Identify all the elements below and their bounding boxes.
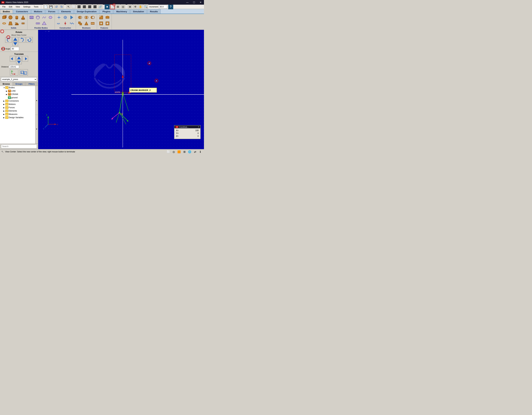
tree-item-bodies[interactable]: ▼ 📁 Bodies [0, 86, 35, 89]
solid-link[interactable] [20, 21, 26, 26]
tab-forces[interactable]: Forces [45, 9, 58, 14]
elements-arrow[interactable]: ▶ [3, 110, 5, 112]
menu-file[interactable]: File [1, 5, 7, 9]
viewport[interactable]: example_3_press [38, 30, 204, 149]
tree-item-design-variables[interactable]: ▶ 📁 Design Variables [0, 116, 35, 119]
link-arrow[interactable]: ▶ [6, 90, 8, 92]
menu-tools[interactable]: Tools [32, 5, 40, 9]
toolbar-view1[interactable]: ⬛ [76, 4, 82, 9]
angle-input[interactable] [11, 47, 19, 51]
rotate-right-btn[interactable] [19, 37, 25, 43]
bool-btn2[interactable] [84, 15, 89, 20]
tree-tab-browse[interactable]: Browse [0, 82, 13, 86]
tab-plugins[interactable]: Plugins [100, 9, 113, 14]
solid-plate[interactable] [14, 21, 19, 26]
tree-tab-filters[interactable]: Filters [25, 82, 38, 86]
tree-item-measures[interactable]: ▶ 📁 Measures [0, 112, 35, 116]
rotate-up-btn[interactable] [12, 37, 18, 41]
connectors-arrow[interactable]: ▶ [3, 100, 5, 102]
tab-machinery[interactable]: Machinery [114, 9, 130, 14]
feat-btn1[interactable] [98, 15, 104, 20]
bool-btn5[interactable] [84, 21, 89, 26]
solid-box[interactable] [1, 15, 7, 20]
flex-btn5[interactable] [35, 21, 41, 26]
solid-sphere[interactable] [8, 15, 13, 20]
feat-btn4[interactable] [105, 21, 110, 26]
toolbar-save[interactable]: 💾 [48, 4, 54, 9]
const-spring[interactable] [69, 21, 74, 26]
search-input[interactable] [1, 144, 37, 148]
tab-connectors[interactable]: Connectors [13, 9, 31, 14]
coord-btn-yx[interactable]: Y X [10, 69, 18, 75]
solid-trunccone[interactable] [8, 21, 13, 26]
tab-results[interactable]: Results [147, 9, 161, 14]
increment-input[interactable] [159, 5, 167, 9]
bool-btn6[interactable] [90, 21, 95, 26]
bodies-arrow[interactable]: ▼ [3, 87, 5, 89]
close-button[interactable]: ✕ [197, 0, 204, 5]
forces-arrow[interactable]: ▶ [3, 107, 5, 109]
crank-arrow[interactable]: ▶ [6, 93, 8, 95]
toolbar-view3[interactable]: ⬛ [87, 4, 92, 9]
toolbar-circle[interactable]: ⊕ [127, 4, 132, 9]
const-marker[interactable] [62, 21, 68, 26]
status-btn-grid[interactable]: ⬜ [166, 150, 171, 154]
tab-simulation[interactable]: Simulation [130, 9, 147, 14]
scroll-down-btn[interactable]: ▼ [35, 115, 38, 144]
flex-btn2[interactable] [35, 15, 41, 20]
menu-edit[interactable]: Edit [8, 5, 14, 9]
status-btn-table[interactable]: ⊞ [182, 150, 187, 154]
toolbar-axes[interactable]: ✛ [133, 4, 138, 9]
status-btn-globe[interactable]: 🌐 [187, 150, 192, 154]
toolbar-select[interactable]: ↖ [66, 4, 71, 9]
toolbar-link[interactable]: 🔗 [98, 4, 103, 9]
measures-arrow[interactable]: ▶ [3, 113, 5, 115]
rotate-ccw-btn[interactable] [26, 37, 33, 43]
flex-btn6[interactable] [41, 21, 47, 26]
tree-item-ground[interactable]: 🌍 ground [0, 96, 35, 99]
menu-view[interactable]: View [14, 5, 21, 9]
tree-item-forces[interactable]: ▶ 📁 Forces [0, 106, 35, 109]
motions-arrow[interactable]: ▶ [3, 103, 5, 105]
status-btn-info[interactable]: ℹ [198, 150, 203, 154]
trans-right-btn[interactable] [22, 56, 28, 62]
solid-torus[interactable] [1, 21, 7, 26]
toolbar-redo[interactable]: ↻ [59, 4, 64, 9]
rotate-down-btn[interactable] [12, 42, 18, 46]
tree-tab-groups[interactable]: Groups [13, 82, 25, 86]
toolbar-view2[interactable]: ⬛ [82, 4, 87, 9]
toolbar-target[interactable]: ◎ [121, 4, 125, 9]
toolbar-view4[interactable]: ⬛ [93, 4, 97, 9]
bool-btn4[interactable] [77, 21, 83, 26]
bool-btn3[interactable] [90, 15, 95, 20]
tree-item-motions[interactable]: ▶ 📁 Motions [0, 102, 35, 106]
tab-design-exploration[interactable]: Design Exploration [74, 9, 99, 14]
status-btn-square[interactable]: 🟧 [177, 150, 181, 154]
flex-btn1[interactable] [29, 15, 34, 20]
scroll-up-btn[interactable]: ▲ [35, 86, 38, 115]
toolbar-grid[interactable]: ⊞ [115, 4, 120, 9]
const-ref[interactable] [69, 15, 74, 20]
feat-btn2[interactable] [105, 15, 110, 20]
trans-up-btn[interactable] [16, 56, 22, 60]
tab-elements[interactable]: Elements [58, 9, 74, 14]
toolbar-undo[interactable]: ↺ [54, 4, 59, 9]
feat-btn3[interactable] [98, 21, 104, 26]
maximize-button[interactable]: ☐ [191, 0, 197, 5]
tree-item-elements[interactable]: ▶ 📁 Elements [0, 109, 35, 112]
const-cm[interactable] [62, 15, 68, 20]
status-btn-target[interactable]: ◎ [171, 150, 176, 154]
trans-left-btn[interactable] [10, 56, 15, 62]
flex-btn4[interactable] [48, 15, 53, 20]
tab-motions[interactable]: Motions [31, 9, 45, 14]
bool-btn1[interactable] [77, 15, 83, 20]
solid-cone[interactable] [20, 15, 26, 20]
tree-item-link[interactable]: ▶ 📦 LINK [0, 89, 35, 93]
minimize-button[interactable]: — [184, 0, 191, 5]
distance-value[interactable]: (10cm) [9, 65, 19, 68]
coord-close-button[interactable]: ✕ [198, 126, 199, 128]
help-button[interactable]: ? [168, 4, 173, 9]
toolbar-new[interactable]: 📄 [43, 4, 48, 9]
coord-btn-12[interactable]: 1 2 [19, 69, 28, 75]
solid-cylinder[interactable] [14, 15, 19, 20]
